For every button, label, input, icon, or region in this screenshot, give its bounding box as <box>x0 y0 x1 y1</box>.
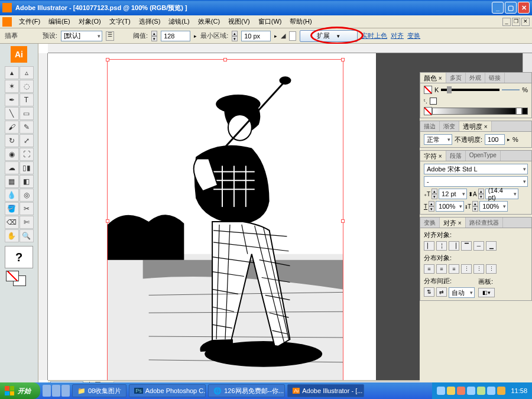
crop-tool[interactable]: ✂ <box>20 202 34 215</box>
blend-tool[interactable]: ◎ <box>20 189 34 202</box>
taskbar-item[interactable]: 📁08收集图片 <box>72 384 126 397</box>
taskbar-item-active[interactable]: AiAdobe Illustrator - [... <box>287 384 364 397</box>
preset-dropdown[interactable]: [默认] <box>61 31 102 41</box>
align-top[interactable]: ▔ <box>461 241 472 251</box>
menu-file[interactable]: 文件(F) <box>15 16 44 27</box>
eyedrop-tool[interactable]: 💧 <box>5 189 19 202</box>
k-value[interactable] <box>502 89 520 90</box>
menu-type[interactable]: 文字(T) <box>106 16 134 27</box>
zoom-tool[interactable]: 🔍 <box>20 229 34 242</box>
expand-button[interactable]: 扩展▼ <box>300 30 358 42</box>
none-swatch-icon[interactable] <box>424 107 432 115</box>
font-size-input[interactable]: 12 pt <box>439 189 467 199</box>
align-hcenter[interactable]: ╎ <box>436 241 447 251</box>
start-button[interactable]: 开始 <box>0 382 40 399</box>
freetrans-tool[interactable]: ⛶ <box>20 148 34 161</box>
tab-transparency[interactable]: 透明度 × <box>459 121 492 131</box>
artboard-selection[interactable] <box>107 59 343 383</box>
align-vcenter[interactable]: ─ <box>473 241 484 251</box>
tray-icon[interactable] <box>497 387 505 395</box>
dist-bottom[interactable]: ≡ <box>449 264 459 274</box>
line-tool[interactable]: ╲ <box>5 107 19 120</box>
opacity-input[interactable]: 100 <box>485 134 505 145</box>
quicklaunch-icon-3[interactable] <box>61 385 70 397</box>
transform-link[interactable]: 变换 <box>407 31 420 40</box>
selection-tool[interactable]: ▴ <box>5 66 19 79</box>
font-style-dropdown[interactable]: - <box>424 176 528 187</box>
rotate-tool[interactable]: ↻ <box>5 134 19 147</box>
dist-top[interactable]: ≡ <box>424 264 434 274</box>
threshold-input[interactable]: 128 <box>161 31 190 41</box>
taskbar-item[interactable]: PsAdobe Photoshop C... <box>129 384 206 397</box>
clock[interactable]: 11:58 <box>511 387 527 394</box>
minimize-button[interactable]: _ <box>492 2 504 14</box>
close-button[interactable]: ✕ <box>518 2 530 14</box>
black-chip[interactable] <box>522 108 528 115</box>
color-swatches[interactable] <box>5 271 33 287</box>
tab-pathfinder[interactable]: 路径查找器 <box>466 218 503 228</box>
tray-icon[interactable] <box>457 387 465 395</box>
tray-icon[interactable] <box>467 387 475 395</box>
ruler-vertical[interactable] <box>38 53 48 380</box>
menu-select[interactable]: 选择(S) <box>135 16 164 27</box>
quicklaunch-icon-2[interactable] <box>52 385 60 397</box>
align-to-artboard[interactable]: ◧▾ <box>478 288 495 297</box>
preview-icon[interactable]: ◢ <box>281 32 286 40</box>
live-color-link[interactable]: 实时上色 <box>361 31 387 40</box>
tray-icon[interactable] <box>437 387 445 395</box>
brush-tool[interactable]: 🖌 <box>5 121 19 134</box>
dist-hspace[interactable]: ⇄ <box>436 287 447 297</box>
fill-swatch-icon[interactable] <box>424 86 432 94</box>
tray-icon[interactable] <box>477 387 485 395</box>
tab-opentype[interactable]: OpenType <box>466 151 501 161</box>
direct-select-tool[interactable]: ▵ <box>20 66 34 79</box>
erase-tool[interactable]: ⌫ <box>5 216 19 229</box>
stroke-swatch[interactable] <box>430 98 437 105</box>
graph-tool[interactable]: ▯▮ <box>20 161 34 174</box>
blend-mode-dropdown[interactable]: 正常 <box>424 134 452 145</box>
k-slider[interactable] <box>441 89 499 91</box>
doc-minimize-button[interactable]: _ <box>502 18 511 26</box>
tab-appearance[interactable]: 外观 <box>466 73 485 83</box>
menu-view[interactable]: 视图(V) <box>225 16 254 27</box>
tab-paragraph[interactable]: 段落 <box>446 151 466 161</box>
livepaint-tool[interactable]: 🪣 <box>5 202 19 215</box>
doc-restore-button[interactable]: ❐ <box>512 18 520 26</box>
menu-object[interactable]: 对象(O) <box>75 16 105 27</box>
menu-window[interactable]: 窗口(W) <box>255 16 286 27</box>
menu-effect[interactable]: 效果(C) <box>194 16 223 27</box>
warp-tool[interactable]: ◉ <box>5 148 19 161</box>
gradient-tool[interactable]: ◧ <box>20 175 34 188</box>
tray-icon[interactable] <box>487 387 495 395</box>
ruler-horizontal[interactable] <box>48 44 532 53</box>
spectrum-bar[interactable] <box>432 108 516 115</box>
tab-stroke[interactable]: 描边 <box>420 121 440 131</box>
taskbar-item[interactable]: 🌐126网易免费邮--你... <box>208 384 285 397</box>
align-link[interactable]: 对齐 <box>391 31 404 40</box>
preset-menu-icon[interactable]: ☰ <box>106 31 114 41</box>
type-tool[interactable]: T <box>20 93 34 106</box>
spacing-dropdown[interactable]: 自动 <box>449 287 475 298</box>
tab-align[interactable]: 对齐 × <box>440 218 466 228</box>
dist-right[interactable]: ⋮ <box>486 264 497 274</box>
dist-vcenter[interactable]: ≡ <box>436 264 447 274</box>
scale-tool[interactable]: ⤢ <box>20 134 34 147</box>
leading-input[interactable]: (14.4 pt) <box>485 189 518 199</box>
pencil-tool[interactable]: ✎ <box>20 121 34 134</box>
tab-gradient[interactable]: 渐变 <box>440 121 459 131</box>
help-box[interactable]: ? <box>5 246 33 268</box>
dist-left[interactable]: ⋮ <box>461 264 472 274</box>
tab-transform[interactable]: 变换 <box>420 218 440 228</box>
rect-tool[interactable]: ▭ <box>20 107 34 120</box>
vscale-input[interactable]: 100% <box>479 201 508 212</box>
wand-tool[interactable]: ✶ <box>5 80 19 93</box>
color-chip[interactable] <box>289 31 296 41</box>
maximize-button[interactable]: ▢ <box>505 2 517 14</box>
lasso-tool[interactable]: ◌ <box>20 80 34 93</box>
quicklaunch-icon[interactable] <box>43 385 51 397</box>
tray-icon[interactable] <box>447 387 455 395</box>
dist-hcenter[interactable]: ⋮ <box>473 264 484 274</box>
tab-color[interactable]: 颜色 × <box>420 73 446 83</box>
pen-tool[interactable]: ✒ <box>5 93 19 106</box>
minarea-input[interactable]: 10 px <box>241 31 271 41</box>
